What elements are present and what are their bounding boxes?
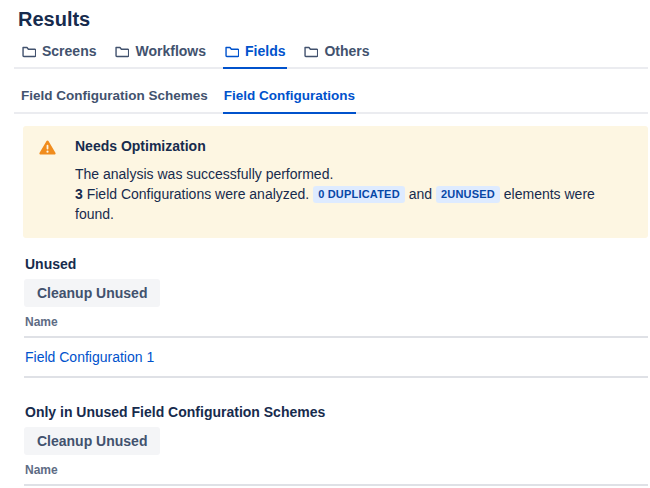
tab-workflows[interactable]: Workflows <box>113 41 208 67</box>
column-header-name: Name <box>24 315 648 338</box>
folder-icon <box>304 45 318 58</box>
warning-icon <box>39 140 56 155</box>
main-tabs: Screens Workflows Fields Others <box>14 41 648 69</box>
section-heading: Unused <box>25 256 648 272</box>
cleanup-unused-button[interactable]: Cleanup Unused <box>24 279 160 307</box>
banner-text-fragment: and <box>405 186 436 202</box>
tab-screens[interactable]: Screens <box>20 41 98 67</box>
cleanup-unused-button[interactable]: Cleanup Unused <box>24 427 160 455</box>
unused-badge: 2UNUSED <box>436 186 500 203</box>
table-row: Field Configuration 1 <box>24 338 648 378</box>
column-header-name: Name <box>24 463 648 486</box>
tab-label: Others <box>324 43 369 59</box>
only-in-unused-schemes-section: Only in Unused Field Configuration Schem… <box>24 404 648 488</box>
subtab-field-configuration-schemes[interactable]: Field Configuration Schemes <box>20 86 209 112</box>
page-title: Results <box>18 8 650 31</box>
sub-tabs: Field Configuration Schemes Field Config… <box>14 86 648 114</box>
section-heading: Only in Unused Field Configuration Schem… <box>25 404 648 420</box>
results-page: Results Screens Workflows Fields Others … <box>0 8 650 488</box>
banner-line2: 3 Field Configurations were analyzed. 0 … <box>75 184 632 224</box>
tab-others[interactable]: Others <box>302 41 371 67</box>
banner-title: Needs Optimization <box>75 138 632 154</box>
folder-icon <box>22 45 36 58</box>
duplicated-badge: 0 DUPLICATED <box>313 186 405 203</box>
tab-label: Fields <box>245 43 285 59</box>
subtab-field-configurations[interactable]: Field Configurations <box>223 86 356 114</box>
warning-banner: Needs Optimization The analysis was succ… <box>23 126 648 238</box>
analyzed-count: 3 <box>75 186 83 202</box>
tab-fields[interactable]: Fields <box>223 41 287 69</box>
tab-label: Workflows <box>135 43 206 59</box>
banner-text-fragment: Field Configurations were analyzed. <box>83 186 313 202</box>
folder-icon <box>225 45 239 58</box>
unused-section: Unused Cleanup Unused Name Field Configu… <box>24 256 648 378</box>
banner-line1: The analysis was successfully performed. <box>75 164 632 184</box>
folder-icon <box>115 45 129 58</box>
tab-label: Screens <box>42 43 96 59</box>
field-configuration-link[interactable]: Field Configuration 1 <box>25 349 154 365</box>
